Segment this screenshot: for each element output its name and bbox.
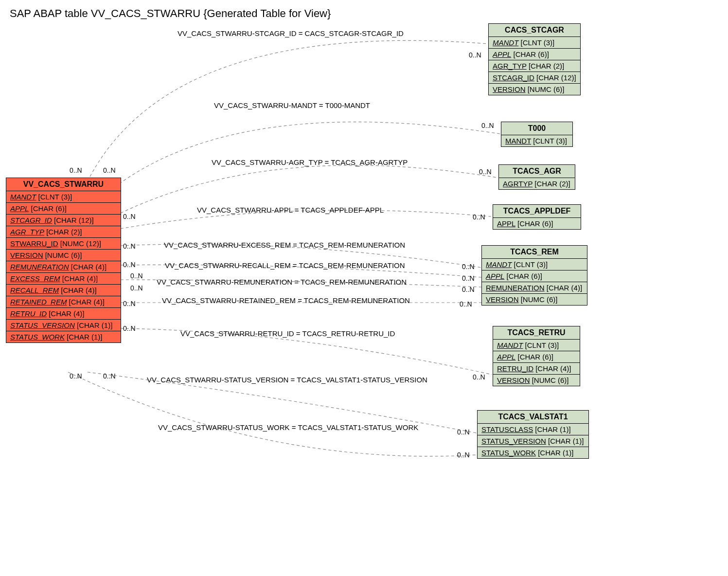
entity-tcacs-rem: TCACS_REM MANDT [CLNT (3)] APPL [CHAR (6… [481,245,587,306]
cardinality-label: 0..N [473,213,485,221]
cardinality-label: 0..N [457,428,470,436]
cardinality-label: 0..N [123,261,136,269]
field-row: STCAGR_ID [CHAR (12)] [6,215,121,226]
cardinality-label: 0..N [130,284,143,292]
field-row: APPL [CHAR (6)] [493,351,580,363]
field-row: STATUS_WORK [CHAR (1)] [6,331,121,342]
field-row: APPL [CHAR (6)] [489,49,580,60]
cardinality-label: 0..N [123,324,136,332]
entity-t000: T000 MANDT [CLNT (3)] [501,122,573,147]
field-row: VERSION [NUMC (6)] [493,375,580,386]
field-row: RECALL_REM [CHAR (4)] [6,285,121,296]
cardinality-label: 0..N [469,51,481,59]
field-row: AGR_TYP [CHAR (2)] [6,226,121,238]
field-row: APPL [CHAR (6)] [6,203,121,215]
field-row: RETRU_ID [CHAR (4)] [493,363,580,375]
field-row: VERSION [NUMC (6)] [482,294,587,305]
field-row: VERSION [NUMC (6)] [6,250,121,261]
field-row: MANDT [CLNT (3)] [493,340,580,351]
cardinality-label: 0..N [460,300,472,308]
entity-tcacs-agr: TCACS_AGR AGRTYP [CHAR (2)] [498,164,575,190]
cardinality-label: 0..N [473,373,485,381]
field-row: RETRU_ID [CHAR (4)] [6,308,121,320]
field-row: APPL [CHAR (6)] [493,218,581,229]
entity-tcacs-retru: TCACS_RETRU MANDT [CLNT (3)] APPL [CHAR … [493,326,580,386]
field-row: REMUNERATION [CHAR (4)] [482,282,587,294]
relation-label: VV_CACS_STWARRU-REMUNERATION = TCACS_REM… [157,278,407,286]
field-row: VERSION [NUMC (6)] [489,84,580,95]
entity-tcacs-appldef: TCACS_APPLDEF APPL [CHAR (6)] [493,204,581,230]
relation-label: VV_CACS_STWARRU-APPL = TCACS_APPLDEF-APP… [197,206,384,214]
entity-header: VV_CACS_STWARRU [6,178,121,191]
entity-header: TCACS_APPLDEF [493,205,581,218]
entity-header: TCACS_RETRU [493,326,580,340]
entity-header: TCACS_REM [482,246,587,259]
relation-label: VV_CACS_STWARRU-AGR_TYP = TCACS_AGR-AGRT… [212,158,408,166]
field-row: MANDT [CLNT (3)] [501,135,572,146]
field-row: EXCESS_REM [CHAR (4)] [6,273,121,285]
field-row: STATUS_WORK [CHAR (1)] [478,447,588,458]
relation-label: VV_CACS_STWARRU-STATUS_WORK = TCACS_VALS… [158,423,418,432]
page-title: SAP ABAP table VV_CACS_STWARRU {Generate… [10,7,723,20]
cardinality-label: 0..N [70,166,82,174]
relation-label: VV_CACS_STWARRU-MANDT = T000-MANDT [214,101,370,109]
cardinality-label: 0..N [103,166,116,174]
relation-label: VV_CACS_STWARRU-RECALL_REM = TCACS_REM-R… [165,261,405,270]
cardinality-label: 0..N [457,451,470,459]
entity-cacs-stcagr: CACS_STCAGR MANDT [CLNT (3)] APPL [CHAR … [488,23,581,95]
field-row: STATUSCLASS [CHAR (1)] [478,424,588,435]
relation-label: VV_CACS_STWARRU-STCAGR_ID = CACS_STCAGR-… [178,29,404,37]
field-row: STATUS_VERSION [CHAR (1)] [478,435,588,447]
relation-label: VV_CACS_STWARRU-EXCESS_REM = TCACS_REM-R… [164,241,405,249]
cardinality-label: 0..N [479,168,492,176]
cardinality-label: 0..N [462,274,475,282]
field-row: STWARRU_ID [NUMC (12)] [6,238,121,250]
cardinality-label: 0..N [462,263,475,270]
field-row: REMUNERATION [CHAR (4)] [6,261,121,273]
entity-header: TCACS_VALSTAT1 [478,411,588,424]
field-row: STATUS_VERSION [CHAR (1)] [6,320,121,331]
cardinality-label: 0..N [123,213,136,220]
cardinality-label: 0..N [130,272,143,280]
field-row: STCAGR_ID [CHAR (12)] [489,72,580,84]
entity-header: T000 [501,122,572,135]
field-row: APPL [CHAR (6)] [482,270,587,282]
field-row: MANDT [CLNT (3)] [6,191,121,203]
cardinality-label: 0..N [123,242,136,250]
field-row: AGRTYP [CHAR (2)] [499,178,575,189]
cardinality-label: 0..N [123,300,136,307]
field-row: MANDT [CLNT (3)] [489,37,580,49]
cardinality-label: 0..N [481,122,494,129]
entity-header: CACS_STCAGR [489,24,580,37]
entity-header: TCACS_AGR [499,165,575,178]
relation-label: VV_CACS_STWARRU-RETAINED_REM = TCACS_REM… [162,296,410,305]
relation-label: VV_CACS_STWARRU-RETRU_ID = TCACS_RETRU-R… [180,329,395,338]
cardinality-label: 0..N [462,286,475,293]
field-row: AGR_TYP [CHAR (2)] [489,60,580,72]
cardinality-label: 0..N [70,372,82,380]
relation-label: VV_CACS_STWARRU-STATUS_VERSION = TCACS_V… [147,376,427,384]
entity-tcacs-valstat1: TCACS_VALSTAT1 STATUSCLASS [CHAR (1)] ST… [477,410,589,459]
field-row: RETAINED_REM [CHAR (4)] [6,296,121,308]
entity-vv-cacs-stwarru: VV_CACS_STWARRU MANDT [CLNT (3)] APPL [C… [6,178,121,343]
field-row: MANDT [CLNT (3)] [482,259,587,270]
cardinality-label: 0..N [103,372,116,380]
